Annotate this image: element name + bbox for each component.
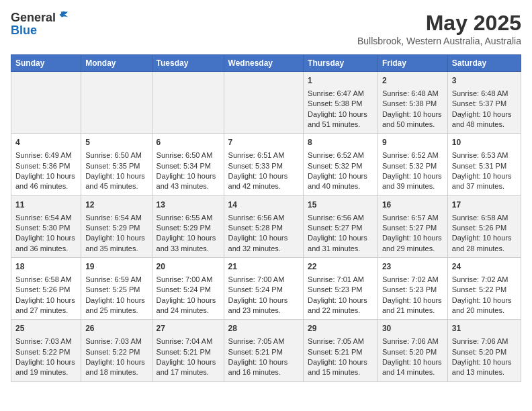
day-info: Sunrise: 6:56 AM [228,213,300,223]
day-number: 5 [85,137,147,148]
calendar-cell: 23Sunrise: 7:02 AMSunset: 5:23 PMDayligh… [378,258,447,320]
day-info: Sunrise: 6:50 AM [85,150,147,161]
day-info: Sunrise: 6:58 AM [15,275,77,285]
day-info: Sunset: 5:38 PM [308,99,373,109]
calendar-cell: 17Sunrise: 6:58 AMSunset: 5:26 PMDayligh… [447,195,521,257]
day-info: Sunrise: 6:54 AM [85,213,147,223]
day-info: Sunrise: 6:52 AM [308,150,373,161]
logo-general-text: General [11,11,56,25]
day-info: Daylight: 10 hours and 51 minutes. [308,109,373,130]
day-info: Daylight: 10 hours and 46 minutes. [15,171,77,192]
day-number: 13 [157,199,220,211]
day-number: 31 [452,323,517,334]
day-number: 11 [15,199,77,211]
day-number: 16 [382,199,443,211]
day-info: Sunset: 5:22 PM [85,347,147,357]
day-info: Daylight: 10 hours and 16 minutes. [228,357,300,378]
day-info: Daylight: 10 hours and 24 minutes. [157,295,220,316]
day-info: Daylight: 10 hours and 32 minutes. [228,233,300,254]
day-info: Sunset: 5:24 PM [228,285,300,295]
day-info: Sunrise: 7:03 AM [85,336,147,347]
day-number: 22 [308,261,373,273]
day-info: Sunset: 5:27 PM [382,223,443,233]
calendar-week-row: 4Sunrise: 6:49 AMSunset: 5:36 PMDaylight… [11,134,521,195]
calendar-table: SundayMondayTuesdayWednesdayThursdayFrid… [11,54,521,382]
day-info: Sunset: 5:26 PM [452,223,517,233]
day-info: Daylight: 10 hours and 19 minutes. [15,357,77,378]
calendar-cell: 30Sunrise: 7:06 AMSunset: 5:20 PMDayligh… [378,320,447,381]
calendar-cell: 8Sunrise: 6:52 AMSunset: 5:32 PMDaylight… [304,134,378,195]
day-info: Sunset: 5:25 PM [85,285,147,295]
calendar-cell: 1Sunrise: 6:47 AMSunset: 5:38 PMDaylight… [304,72,378,134]
day-info: Sunrise: 6:54 AM [15,213,77,223]
calendar-cell [81,72,152,134]
calendar-cell: 28Sunrise: 7:05 AMSunset: 5:21 PMDayligh… [224,320,304,381]
day-info: Sunset: 5:29 PM [85,223,147,233]
day-number: 3 [452,75,517,87]
day-header-sunday: Sunday [11,55,81,72]
day-number: 23 [382,261,443,273]
calendar-cell: 5Sunrise: 6:50 AMSunset: 5:35 PMDaylight… [81,134,152,195]
logo: General Blue [11,11,69,38]
day-info: Sunrise: 6:56 AM [308,213,373,223]
calendar-cell: 27Sunrise: 7:04 AMSunset: 5:21 PMDayligh… [152,320,224,381]
main-title: May 2025 [357,11,521,36]
day-info: Daylight: 10 hours and 33 minutes. [157,233,220,254]
day-info: Daylight: 10 hours and 27 minutes. [15,295,77,316]
day-info: Sunrise: 7:06 AM [382,336,443,347]
day-info: Sunrise: 6:59 AM [85,275,147,285]
day-info: Sunset: 5:32 PM [382,161,443,171]
day-number: 7 [228,137,300,148]
calendar-cell: 4Sunrise: 6:49 AMSunset: 5:36 PMDaylight… [11,134,81,195]
day-number: 4 [15,137,77,148]
day-number: 14 [228,199,300,211]
day-info: Sunset: 5:20 PM [452,347,517,357]
day-number: 19 [85,261,147,273]
day-info: Sunset: 5:23 PM [382,285,443,295]
day-info: Sunrise: 6:51 AM [228,150,300,161]
day-number: 28 [228,323,300,334]
calendar-week-row: 25Sunrise: 7:03 AMSunset: 5:22 PMDayligh… [11,320,521,381]
page-header: General Blue May 2025 Bullsbrook, Wester… [11,11,521,46]
day-info: Sunrise: 6:49 AM [15,150,77,161]
day-info: Sunset: 5:30 PM [15,223,77,233]
day-info: Daylight: 10 hours and 13 minutes. [452,357,517,378]
day-info: Sunset: 5:34 PM [157,161,220,171]
day-info: Daylight: 10 hours and 25 minutes. [85,295,147,316]
day-info: Sunset: 5:24 PM [157,285,220,295]
day-info: Sunset: 5:27 PM [308,223,373,233]
calendar-cell [224,72,304,134]
day-info: Sunrise: 6:53 AM [452,150,517,161]
day-info: Sunrise: 7:02 AM [382,275,443,285]
day-header-wednesday: Wednesday [224,55,304,72]
calendar-cell: 19Sunrise: 6:59 AMSunset: 5:25 PMDayligh… [81,258,152,320]
day-info: Sunrise: 7:00 AM [228,275,300,285]
day-info: Sunrise: 6:48 AM [452,89,517,99]
calendar-cell: 13Sunrise: 6:55 AMSunset: 5:29 PMDayligh… [152,195,224,257]
title-block: May 2025 Bullsbrook, Western Australia, … [357,11,521,46]
day-info: Daylight: 10 hours and 40 minutes. [308,171,373,192]
day-number: 29 [308,323,373,334]
day-info: Sunset: 5:21 PM [308,347,373,357]
calendar-cell: 2Sunrise: 6:48 AMSunset: 5:38 PMDaylight… [378,72,447,134]
day-info: Daylight: 10 hours and 35 minutes. [85,233,147,254]
day-info: Daylight: 10 hours and 42 minutes. [228,171,300,192]
day-info: Sunrise: 6:52 AM [382,150,443,161]
day-header-saturday: Saturday [447,55,521,72]
day-info: Sunrise: 7:01 AM [308,275,373,285]
day-info: Sunset: 5:20 PM [382,347,443,357]
day-info: Sunset: 5:22 PM [15,347,77,357]
day-number: 8 [308,137,373,148]
day-info: Sunset: 5:32 PM [308,161,373,171]
day-number: 25 [15,323,77,334]
day-info: Daylight: 10 hours and 31 minutes. [308,233,373,254]
subtitle: Bullsbrook, Western Australia, Australia [357,36,521,46]
day-number: 2 [382,75,443,87]
calendar-cell [152,72,224,134]
day-info: Sunrise: 7:03 AM [15,336,77,347]
day-number: 10 [452,137,517,148]
day-number: 6 [157,137,220,148]
day-number: 21 [228,261,300,273]
calendar-cell: 12Sunrise: 6:54 AMSunset: 5:29 PMDayligh… [81,195,152,257]
day-number: 26 [85,323,147,334]
